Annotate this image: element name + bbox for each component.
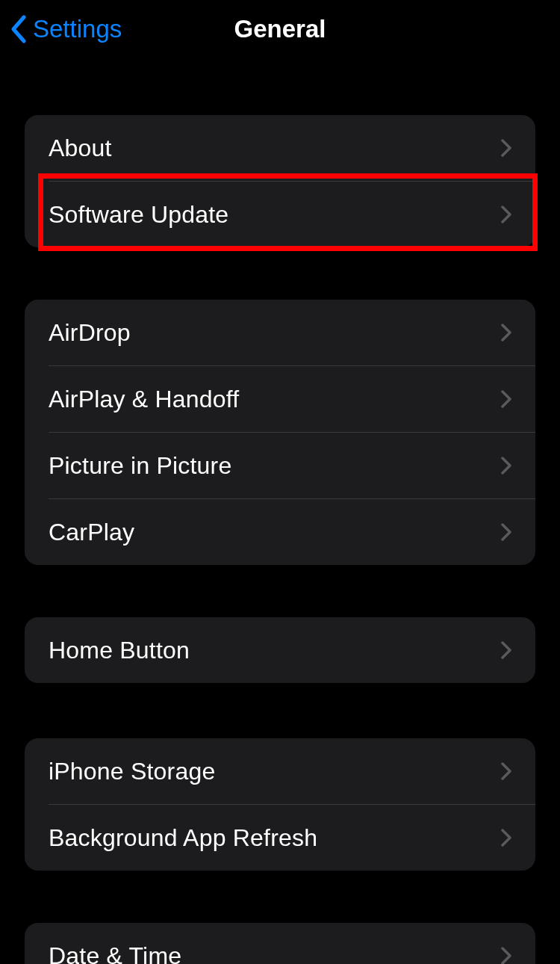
row-label: Software Update [49, 201, 228, 229]
section-date-time: Date & Time [25, 923, 535, 964]
section-home-button: Home Button [25, 617, 535, 683]
row-label: Background App Refresh [49, 824, 317, 852]
row-date-time[interactable]: Date & Time [25, 923, 535, 964]
chevron-right-icon [501, 206, 511, 223]
row-picture-in-picture[interactable]: Picture in Picture [25, 433, 535, 498]
row-airdrop[interactable]: AirDrop [25, 300, 535, 365]
chevron-right-icon [501, 457, 511, 475]
row-label: Home Button [49, 637, 190, 664]
chevron-right-icon [501, 947, 511, 964]
back-label: Settings [33, 15, 122, 43]
row-label: AirDrop [49, 319, 131, 347]
row-label: About [49, 135, 112, 162]
row-home-button[interactable]: Home Button [25, 617, 535, 683]
row-about[interactable]: About [25, 115, 535, 181]
section-about: About Software Update [25, 115, 535, 247]
chevron-left-icon [10, 15, 27, 43]
chevron-right-icon [501, 641, 511, 659]
back-button[interactable]: Settings [0, 15, 122, 43]
section-storage: iPhone Storage Background App Refresh [25, 738, 535, 871]
chevron-right-icon [501, 829, 511, 847]
row-label: Date & Time [49, 942, 181, 965]
chevron-right-icon [501, 324, 511, 342]
chevron-right-icon [501, 139, 511, 157]
row-airplay-handoff[interactable]: AirPlay & Handoff [25, 366, 535, 432]
chevron-right-icon [501, 523, 511, 541]
row-software-update[interactable]: Software Update [25, 182, 535, 247]
page-title: General [234, 15, 326, 43]
row-iphone-storage[interactable]: iPhone Storage [25, 738, 535, 804]
content: About Software Update AirDrop AirPlay & … [0, 58, 560, 964]
section-airdrop: AirDrop AirPlay & Handoff Picture in Pic… [25, 300, 535, 565]
row-label: AirPlay & Handoff [49, 386, 239, 413]
row-background-app-refresh[interactable]: Background App Refresh [25, 805, 535, 871]
chevron-right-icon [501, 390, 511, 408]
chevron-right-icon [501, 762, 511, 780]
row-label: CarPlay [49, 519, 134, 546]
nav-header: Settings General [0, 0, 560, 58]
row-label: Picture in Picture [49, 452, 231, 480]
row-carplay[interactable]: CarPlay [25, 499, 535, 565]
row-label: iPhone Storage [49, 758, 215, 785]
